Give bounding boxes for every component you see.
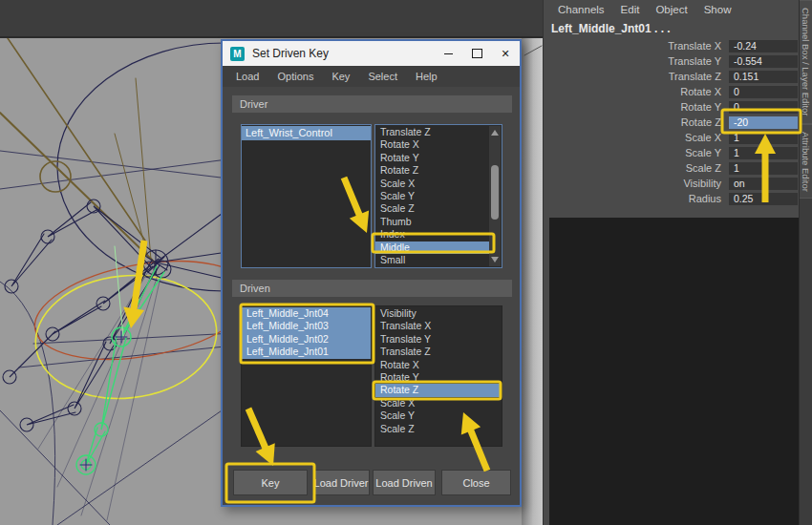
channel-value-visibility[interactable]: on	[729, 178, 798, 190]
side-tab-strip: Channel Box / Layer EditorAttribute Edit…	[799, 0, 812, 525]
close-button[interactable]: ✕	[491, 41, 520, 66]
channel-label-translate-y[interactable]: Translate Y	[544, 55, 721, 67]
load-driven-button[interactable]: Load Driven	[373, 470, 436, 495]
scroll-down-icon[interactable]	[491, 257, 499, 262]
driver-attr-thumb[interactable]: Thumb	[375, 216, 489, 228]
channel-label-rotate-y[interactable]: Rotate Y	[544, 101, 721, 113]
driven-attr-scale-z[interactable]: Scale Z	[375, 423, 502, 435]
channel-value-scale-x[interactable]: 1	[729, 132, 798, 144]
driver-attr-scale-z[interactable]: Scale Z	[375, 202, 489, 215]
channel-row-visibility: Visibilityon	[544, 176, 799, 191]
side-tab-attribute-editor[interactable]: Attribute Editor	[800, 124, 812, 200]
close-button[interactable]: Close	[441, 470, 511, 495]
scrollbar-thumb[interactable]	[491, 165, 499, 220]
load-driver-button[interactable]: Load Driver	[312, 470, 370, 495]
key-button[interactable]: Key	[233, 470, 308, 495]
dialog-menu-key[interactable]: Key	[331, 71, 350, 82]
dialog-title: Set Driven Key	[252, 47, 434, 60]
driven-attr-translate-z[interactable]: Translate Z	[375, 346, 502, 358]
driver-object-left-wrist-control[interactable]: Left_Wrist_Control	[242, 126, 371, 140]
channel-row-scale-y: Scale Y1	[544, 145, 799, 160]
driven-attr-translate-y[interactable]: Translate Y	[375, 333, 502, 346]
channel-value-translate-z[interactable]: 0.151	[729, 71, 798, 83]
maya-app-icon: M	[230, 47, 245, 61]
driven-objects-list[interactable]: Left_Middle_Jnt04Left_Middle_Jnt03Left_M…	[241, 305, 372, 447]
driver-attr-rotate-x[interactable]: Rotate X	[375, 138, 489, 151]
minimize-button[interactable]	[434, 41, 462, 66]
channel-value-radius[interactable]: 0.25	[729, 193, 798, 205]
driver-section-header: Driver	[232, 95, 512, 113]
driver-attr-translate-z[interactable]: Translate Z	[375, 126, 489, 138]
maximize-icon	[472, 49, 482, 58]
dialog-menu-load[interactable]: Load	[236, 71, 259, 82]
driven-attr-scale-y[interactable]: Scale Y	[375, 410, 502, 422]
channel-value-translate-y[interactable]: -0.554	[729, 55, 798, 68]
driver-attr-middle[interactable]: Middle	[375, 242, 489, 254]
dialog-titlebar[interactable]: M Set Driven Key ✕	[223, 41, 520, 66]
channel-row-rotate-x: Rotate X0	[544, 84, 799, 99]
channel-value-translate-x[interactable]: -0.24	[729, 40, 798, 52]
channel-row-translate-x: Translate X-0.24	[544, 38, 799, 53]
driven-attr-translate-x[interactable]: Translate X	[375, 320, 502, 332]
channel-label-scale-x[interactable]: Scale X	[544, 132, 721, 143]
driver-attr-rotate-y[interactable]: Rotate Y	[375, 152, 489, 164]
driver-attributes-scrollbar[interactable]	[489, 126, 501, 266]
channel-row-rotate-z: Rotate Z-20	[544, 115, 799, 130]
channel-row-translate-z: Translate Z0.151	[544, 69, 799, 84]
channel-menu-edit[interactable]: Edit	[621, 4, 640, 15]
driver-attr-small[interactable]: Small	[375, 254, 489, 266]
dialog-menu-select[interactable]: Select	[368, 71, 397, 82]
channel-label-translate-x[interactable]: Translate X	[544, 40, 721, 52]
channel-label-scale-y[interactable]: Scale Y	[544, 147, 721, 158]
driven-attr-visibility[interactable]: Visibility	[375, 307, 502, 320]
driven-attr-rotate-y[interactable]: Rotate Y	[375, 371, 502, 384]
channel-value-rotate-z[interactable]: -20	[729, 116, 798, 129]
channel-label-rotate-x[interactable]: Rotate X	[544, 86, 721, 97]
driven-attr-scale-x[interactable]: Scale X	[375, 397, 502, 410]
driven-object-left-middle-jnt03[interactable]: Left_Middle_Jnt03	[242, 320, 371, 332]
driver-attr-scale-x[interactable]: Scale X	[375, 178, 489, 190]
channel-box-menubar: ChannelsEditObjectShow	[544, 0, 731, 19]
scroll-up-icon[interactable]	[491, 130, 499, 136]
channel-value-rotate-y[interactable]: 0	[729, 101, 798, 114]
close-icon: ✕	[501, 48, 509, 60]
channel-row-scale-x: Scale X1	[544, 130, 799, 145]
channel-value-scale-z[interactable]: 1	[729, 162, 798, 175]
channel-row-translate-y: Translate Y-0.554	[544, 53, 799, 69]
driver-objects-list[interactable]: Left_Wrist_Control	[241, 124, 372, 268]
channel-box-object-name: Left_Middle_Jnt01 . . .	[551, 22, 671, 35]
channel-menu-object[interactable]: Object	[655, 4, 687, 15]
driver-attr-index[interactable]: Index	[375, 228, 489, 241]
channel-row-scale-z: Scale Z1	[544, 160, 799, 176]
driven-section-header: Driven	[232, 280, 512, 297]
channel-label-visibility[interactable]: Visibility	[544, 178, 721, 189]
channel-menu-show[interactable]: Show	[704, 4, 732, 15]
channel-value-scale-y[interactable]: 1	[729, 147, 798, 159]
channel-row-radius: Radius0.25	[544, 191, 799, 206]
channel-label-scale-z[interactable]: Scale Z	[544, 162, 721, 174]
driven-attributes-list[interactable]: VisibilityTranslate XTranslate YTranslat…	[374, 305, 502, 447]
driven-object-left-middle-jnt02[interactable]: Left_Middle_Jnt02	[242, 333, 371, 346]
channel-label-rotate-z[interactable]: Rotate Z	[544, 116, 721, 128]
viewport-toolbar	[0, 0, 543, 38]
driven-object-left-middle-jnt04[interactable]: Left_Middle_Jnt04	[242, 307, 371, 320]
dialog-menubar: LoadOptionsKeySelectHelp	[223, 66, 520, 87]
dialog-menu-help[interactable]: Help	[416, 71, 438, 82]
channel-row-rotate-y: Rotate Y0	[544, 99, 799, 115]
driver-attr-rotate-z[interactable]: Rotate Z	[375, 164, 489, 177]
maximize-button[interactable]	[462, 41, 491, 66]
channel-label-radius[interactable]: Radius	[544, 193, 721, 204]
driver-attributes-list[interactable]: Translate ZRotate XRotate YRotate ZScale…	[374, 124, 502, 268]
layer-editor-area[interactable]	[549, 218, 800, 525]
driven-attr-rotate-z[interactable]: Rotate Z	[375, 384, 502, 396]
viewport-edge-strip	[522, 38, 543, 525]
driver-attr-scale-y[interactable]: Scale Y	[375, 190, 489, 202]
dialog-menu-options[interactable]: Options	[277, 71, 313, 82]
channel-menu-channels[interactable]: Channels	[558, 4, 605, 15]
minimize-icon	[444, 53, 453, 54]
driven-object-left-middle-jnt01[interactable]: Left_Middle_Jnt01	[242, 346, 371, 358]
driven-attr-rotate-x[interactable]: Rotate X	[375, 359, 502, 371]
side-tab-channel-box-layer-editor[interactable]: Channel Box / Layer Editor	[800, 0, 812, 124]
channel-value-rotate-x[interactable]: 0	[729, 86, 798, 98]
channel-label-translate-z[interactable]: Translate Z	[544, 71, 721, 82]
